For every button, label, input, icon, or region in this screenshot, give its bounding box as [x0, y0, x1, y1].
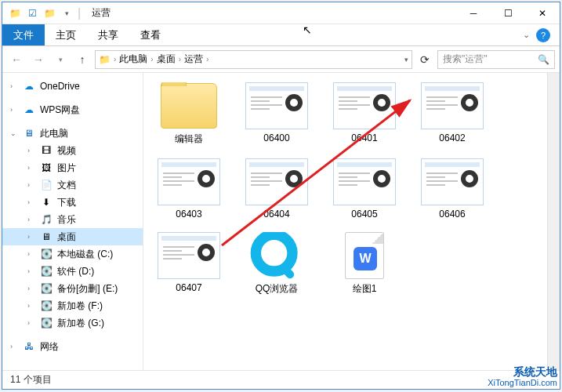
item-icon: 🖥: [40, 230, 53, 243]
chevron-right-icon[interactable]: ›: [179, 55, 181, 64]
tab-file[interactable]: 文件: [2, 24, 45, 45]
tree-item[interactable]: › 💽 备份[勿删] (E:): [2, 280, 143, 297]
expander-icon[interactable]: ›: [27, 267, 35, 275]
tree-onedrive[interactable]: › ☁ OneDrive: [2, 78, 143, 95]
file-item[interactable]: 06404: [241, 158, 313, 220]
tab-view[interactable]: 查看: [129, 24, 172, 45]
tree-label: 软件 (D:): [57, 265, 94, 278]
tree-item[interactable]: › 🎵 音乐: [2, 211, 143, 228]
svg-point-0: [256, 234, 292, 271]
tree-label: 本地磁盘 (C:): [57, 248, 113, 261]
file-item[interactable]: 06402: [416, 82, 488, 146]
search-placeholder: 搜索"运营": [443, 53, 535, 66]
expander-icon[interactable]: ›: [27, 181, 35, 189]
qq-browser-icon: [245, 232, 308, 279]
image-thumbnail: [421, 158, 484, 205]
minimize-button[interactable]: ─: [456, 2, 491, 24]
expander-icon[interactable]: ›: [27, 285, 35, 292]
file-item[interactable]: 06401: [328, 82, 401, 146]
tree-label: 视频: [57, 144, 76, 158]
tree-label: 备份[勿删] (E:): [57, 282, 118, 296]
tab-home[interactable]: 主页: [45, 24, 87, 45]
search-input[interactable]: 搜索"运营" 🔍: [437, 50, 555, 69]
file-label: 06401: [351, 132, 377, 143]
close-button[interactable]: ✕: [525, 2, 560, 24]
search-icon: 🔍: [538, 54, 549, 65]
item-icon: 🖼: [40, 162, 53, 174]
tree-label: 网络: [40, 340, 59, 354]
vertical-scrollbar[interactable]: [547, 73, 560, 370]
expander-icon[interactable]: ›: [27, 147, 35, 154]
file-label: 06400: [263, 132, 289, 143]
maximize-button[interactable]: ☐: [491, 2, 525, 24]
ribbon-expand-icon[interactable]: ⌄: [523, 30, 530, 40]
up-button[interactable]: ↑: [73, 50, 92, 69]
item-icon: ⬇: [40, 196, 53, 209]
chevron-right-icon[interactable]: ›: [150, 55, 153, 64]
qat-dropdown-icon[interactable]: ▾: [60, 7, 73, 20]
tree-item[interactable]: › 💽 本地磁盘 (C:): [2, 245, 143, 263]
window-controls: ─ ☐ ✕: [456, 2, 560, 24]
expander-icon[interactable]: ›: [27, 198, 35, 206]
wps-cloud-icon: ☁: [23, 103, 35, 116]
file-item[interactable]: 06407: [153, 232, 225, 296]
tree-item[interactable]: › ⬇ 下载: [2, 194, 143, 211]
tree-label: WPS网盘: [40, 103, 80, 117]
chevron-right-icon[interactable]: ›: [206, 55, 208, 64]
file-item[interactable]: W绘图1: [328, 232, 401, 296]
network-icon: 🖧: [23, 340, 35, 353]
tree-item[interactable]: › 🖥 桌面: [2, 228, 143, 245]
tree-item[interactable]: › 💽 软件 (D:): [2, 263, 143, 280]
expander-icon[interactable]: ›: [10, 343, 18, 350]
content-pane[interactable]: 编辑器0640006401064020640306404064050640606…: [143, 73, 560, 370]
recent-dropdown[interactable]: ▾: [51, 50, 70, 69]
address-dropdown-icon[interactable]: ▾: [404, 56, 408, 64]
tree-label: 此电脑: [40, 127, 68, 140]
file-label: 编辑器: [175, 132, 203, 146]
file-label: 06405: [351, 209, 377, 220]
expander-icon[interactable]: ›: [27, 216, 35, 223]
file-item[interactable]: 06406: [416, 158, 488, 220]
expander-icon[interactable]: ›: [10, 106, 18, 114]
address-bar[interactable]: 📁 › 此电脑 › 桌面 › 运营 › ▾: [95, 50, 412, 69]
refresh-button[interactable]: ⟳: [415, 50, 434, 69]
tab-share[interactable]: 共享: [87, 24, 129, 45]
tree-network[interactable]: › 🖧 网络: [2, 338, 143, 355]
item-icon: 💽: [40, 299, 53, 312]
expander-icon[interactable]: ›: [27, 164, 35, 172]
tree-label: 桌面: [57, 230, 76, 244]
expander-icon[interactable]: ›: [27, 233, 35, 241]
watermark: 系统天地 XiTongTianDi.com: [488, 366, 557, 387]
item-icon: 💽: [40, 248, 53, 260]
tree-item[interactable]: › 🖼 图片: [2, 159, 143, 176]
back-button[interactable]: ←: [7, 50, 26, 69]
checkbox-icon[interactable]: ☑: [26, 7, 38, 20]
tree-label: 新加卷 (F:): [57, 299, 103, 313]
tree-wps[interactable]: › ☁ WPS网盘: [2, 101, 143, 118]
help-icon[interactable]: ?: [536, 28, 550, 42]
file-item[interactable]: 06400: [241, 82, 313, 146]
tree-this-pc[interactable]: ⌄ 🖥 此电脑: [2, 125, 143, 142]
breadcrumb-desktop[interactable]: 桌面: [157, 53, 176, 66]
breadcrumb-thispc[interactable]: 此电脑: [119, 53, 147, 66]
file-label: 06403: [176, 209, 201, 220]
breadcrumb-current[interactable]: 运营: [184, 53, 203, 66]
expander-icon[interactable]: ›: [10, 82, 18, 90]
file-item[interactable]: 06405: [328, 158, 401, 220]
tree-item[interactable]: › 📄 文档: [2, 176, 143, 194]
expander-icon[interactable]: ›: [27, 250, 35, 258]
file-item[interactable]: QQ浏览器: [241, 232, 313, 296]
expander-icon[interactable]: ›: [27, 319, 35, 327]
expander-icon[interactable]: ›: [27, 302, 35, 310]
tree-label: 文档: [57, 179, 76, 192]
forward-button[interactable]: →: [29, 50, 48, 69]
expander-icon[interactable]: ⌄: [10, 129, 18, 137]
tree-item[interactable]: › 💽 新加卷 (G:): [2, 314, 143, 332]
file-item[interactable]: 06403: [153, 158, 225, 220]
chevron-right-icon[interactable]: ›: [114, 55, 116, 64]
item-count: 11 个项目: [10, 373, 52, 387]
navigation-pane[interactable]: › ☁ OneDrive › ☁ WPS网盘 ⌄ 🖥 此电脑 › 🎞 视频› 🖼…: [2, 73, 143, 370]
tree-item[interactable]: › 💽 新加卷 (F:): [2, 297, 143, 314]
file-item[interactable]: 编辑器: [153, 82, 225, 146]
tree-item[interactable]: › 🎞 视频: [2, 142, 143, 159]
